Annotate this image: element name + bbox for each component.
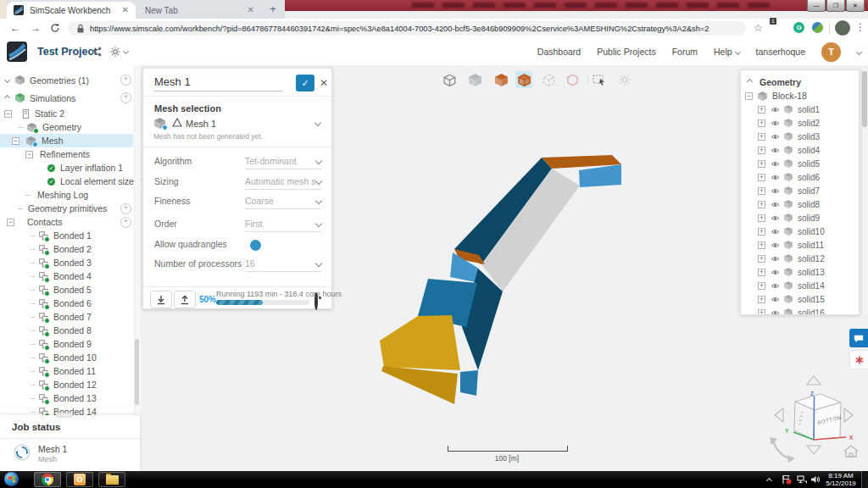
rotate-right-arrow[interactable]: [844, 408, 853, 422]
tree-item-solid[interactable]: +solid5: [741, 157, 859, 170]
expand-box[interactable]: +: [758, 255, 765, 263]
collapse-box[interactable]: −: [7, 219, 14, 226]
tree-item-solid[interactable]: +solid13: [741, 265, 859, 279]
address-bar[interactable]: https://www.simscale.com/workbench/?pid=…: [68, 21, 746, 36]
tree-item-layer-inflation[interactable]: ✓ Layer inflation 1: [0, 161, 139, 175]
taskbar-explorer-button[interactable]: [98, 472, 125, 487]
view-hexagon-icon[interactable]: [564, 71, 581, 88]
expand-box[interactable]: +: [758, 309, 765, 316]
home-icon[interactable]: [844, 446, 858, 457]
tree-item-simulations[interactable]: Simulations +: [0, 89, 139, 107]
nav-help[interactable]: Help: [714, 47, 740, 57]
download-button[interactable]: [150, 291, 172, 308]
nav-forum[interactable]: Forum: [672, 47, 698, 57]
show-desktop-button[interactable]: [861, 471, 868, 488]
chevron-down-icon[interactable]: [315, 197, 322, 204]
support-chat-button[interactable]: [849, 329, 868, 347]
tree-item-geometry[interactable]: Geometry: [0, 120, 139, 134]
job-settings-gear-icon[interactable]: [314, 292, 318, 310]
confirm-button[interactable]: ✓: [296, 75, 314, 92]
tree-item-bonded[interactable]: Bonded 12: [0, 378, 139, 391]
expand-box[interactable]: +: [758, 187, 765, 195]
expand-box[interactable]: +: [758, 147, 765, 154]
expand-box[interactable]: +: [758, 160, 765, 168]
add-simulation-button[interactable]: +: [120, 92, 131, 103]
view-settings-gear-icon[interactable]: [616, 71, 633, 88]
tree-item-static-2[interactable]: − Static 2: [0, 107, 139, 120]
tree-item-geometry-primitives[interactable]: Geometry primitives +: [0, 202, 139, 215]
back-icon[interactable]: ←: [10, 23, 20, 33]
eye-icon[interactable]: [771, 269, 780, 276]
eye-icon[interactable]: [771, 187, 780, 195]
chevron-down-icon[interactable]: [315, 220, 322, 227]
eye-icon[interactable]: [771, 296, 780, 303]
share-icon[interactable]: [92, 47, 102, 57]
eye-icon[interactable]: [771, 147, 780, 154]
tree-item-refinements[interactable]: − Refinements: [0, 147, 139, 161]
browser-profile-avatar[interactable]: [835, 20, 850, 36]
tree-item-solid[interactable]: +solid1: [741, 103, 859, 116]
expand-box[interactable]: +: [758, 214, 765, 222]
tree-item-solid[interactable]: +solid8: [741, 197, 859, 211]
nav-dashboard[interactable]: Dashboard: [537, 47, 581, 57]
tree-item-geometries[interactable]: Geometries (1) +: [0, 71, 139, 89]
tree-item-bonded[interactable]: Bonded 2: [0, 242, 139, 256]
tree-item-bonded[interactable]: Bonded 9: [0, 337, 139, 351]
mesh-title-input[interactable]: [154, 75, 283, 92]
start-button[interactable]: [4, 472, 19, 486]
expand-box[interactable]: +: [758, 201, 765, 208]
tab-close-icon[interactable]: ✕: [122, 6, 129, 14]
tree-item-bonded[interactable]: Bonded 7: [0, 310, 139, 324]
volume-icon[interactable]: [810, 474, 821, 485]
marquee-select-icon[interactable]: [591, 71, 608, 88]
eye-icon[interactable]: [771, 201, 780, 208]
collapse-box[interactable]: −: [4, 110, 12, 118]
view-surface-cube-icon[interactable]: [492, 71, 509, 88]
upload-button[interactable]: [174, 291, 196, 308]
rotate-left-arrow[interactable]: [775, 408, 783, 422]
tree-item-local-element-size[interactable]: ✓ Local element size 2: [0, 175, 139, 188]
tree-item-solid[interactable]: +solid12: [741, 252, 859, 265]
rotate-down-arrow[interactable]: [807, 446, 821, 454]
eye-icon[interactable]: [771, 255, 780, 263]
expand-box[interactable]: +: [758, 228, 765, 236]
chevron-down-icon[interactable]: [314, 119, 321, 126]
tree-item-solid[interactable]: +solid7: [741, 184, 859, 197]
tree-item-bonded[interactable]: Bonded 10: [0, 351, 139, 364]
eye-icon[interactable]: [771, 119, 780, 127]
tree-item-mesh[interactable]: − Mesh: [0, 134, 133, 147]
view-solid-cube-icon[interactable]: [466, 71, 483, 88]
eye-icon[interactable]: [771, 228, 780, 236]
expand-box[interactable]: +: [758, 119, 765, 127]
tree-item-contacts[interactable]: − Contacts +: [0, 215, 139, 229]
minimize-button[interactable]: —: [807, 0, 826, 12]
tab-close-icon[interactable]: ✕: [248, 6, 254, 14]
tree-item-solid[interactable]: +solid6: [741, 170, 859, 184]
extension-grammarly-icon[interactable]: G: [793, 22, 804, 33]
chevron-down-icon[interactable]: [315, 260, 322, 267]
eye-icon[interactable]: [771, 174, 780, 181]
collapse-box[interactable]: −: [25, 151, 33, 158]
eye-icon[interactable]: [771, 106, 780, 114]
tree-item-bonded[interactable]: Bonded 11: [0, 364, 139, 378]
browser-menu-icon[interactable]: ⋮: [855, 21, 865, 33]
maximize-button[interactable]: ❐: [826, 0, 845, 12]
tree-item-bonded[interactable]: Bonded 4: [0, 269, 139, 283]
geometry-panel-header[interactable]: Geometry: [741, 75, 859, 89]
simscale-logo[interactable]: [7, 42, 27, 62]
tree-item-bonded[interactable]: Bonded 1: [0, 229, 139, 242]
expand-box[interactable]: +: [758, 269, 765, 276]
tree-item-bonded[interactable]: Bonded 6: [0, 297, 139, 310]
forward-icon[interactable]: →: [31, 23, 41, 33]
cancel-icon[interactable]: ✕: [318, 76, 330, 90]
add-contact-button[interactable]: +: [120, 217, 131, 228]
tray-expand-icon[interactable]: [766, 478, 772, 484]
new-tab-button[interactable]: +: [266, 3, 280, 16]
add-geometry-button[interactable]: +: [120, 75, 131, 86]
tree-item-bonded[interactable]: Bonded 3: [0, 256, 139, 269]
chevron-down-icon[interactable]: [123, 48, 129, 54]
tree-item-solid[interactable]: +solid10: [741, 225, 859, 238]
bookmark-star-icon[interactable]: ☆: [754, 22, 763, 34]
navigation-cube[interactable]: LEFT BOTTOM Z Y X: [761, 366, 865, 464]
feedback-button[interactable]: [849, 350, 868, 369]
